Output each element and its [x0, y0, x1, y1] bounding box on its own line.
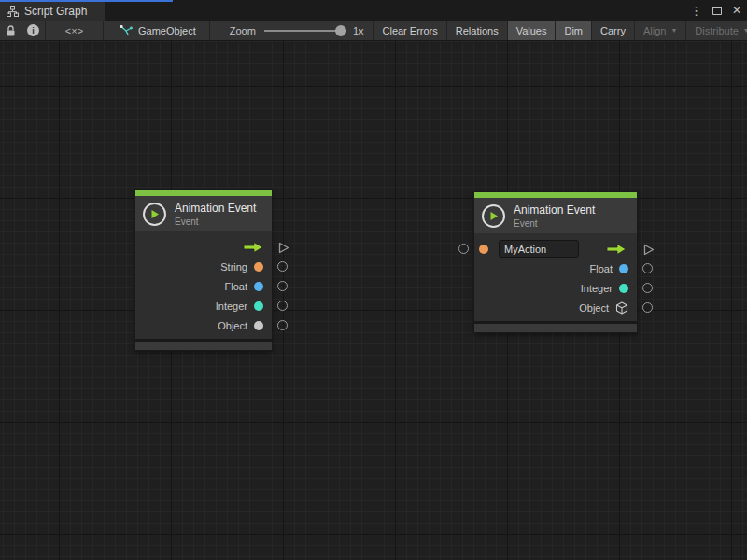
port-label: Integer	[581, 283, 613, 294]
distribute-dropdown-button[interactable]: Distribute ▼	[686, 21, 747, 40]
clear-errors-label: Clear Errors	[383, 25, 438, 36]
clear-errors-button[interactable]: Clear Errors	[374, 21, 447, 40]
integer-output-port[interactable]	[642, 283, 653, 293]
output-row-string: String	[135, 257, 272, 276]
float-type-dot	[619, 264, 628, 273]
window-controls: ⋮ ✕	[690, 0, 741, 21]
flow-output-port[interactable]	[642, 243, 655, 255]
node-animation-event-1[interactable]: Animation Event Event String	[135, 190, 272, 350]
name-input-port[interactable]	[458, 244, 469, 254]
chevron-down-icon: ▼	[743, 27, 747, 34]
string-type-dot	[254, 262, 263, 272]
window-menu-icon[interactable]: ⋮	[690, 5, 702, 17]
flow-output-port[interactable]	[277, 241, 289, 253]
object-output-port[interactable]	[277, 320, 288, 330]
edit-source-button[interactable]: <×>	[46, 21, 104, 40]
event-name-input[interactable]	[499, 240, 579, 258]
node-footer	[474, 321, 637, 332]
carry-button[interactable]: Carry	[592, 21, 635, 40]
dim-label: Dim	[564, 25, 583, 36]
integer-type-dot	[619, 284, 628, 293]
flow-output-row	[135, 237, 272, 257]
node-subtitle: Event	[175, 217, 256, 227]
zoom-value: 1x	[353, 25, 364, 36]
zoom-slider-track[interactable]	[264, 30, 346, 32]
maximize-icon[interactable]	[712, 7, 722, 15]
integer-output-port[interactable]	[277, 301, 288, 311]
node-title: Animation Event	[175, 202, 256, 215]
zoom-control: Zoom 1x	[210, 21, 374, 40]
name-input-row	[474, 239, 637, 259]
script-graph-window: Script Graph ⋮ ✕ i <×>	[0, 0, 747, 560]
lock-icon	[6, 25, 16, 36]
zoom-label: Zoom	[230, 25, 256, 36]
lock-button[interactable]	[0, 21, 21, 40]
flow-arrow-icon	[243, 242, 263, 253]
relations-button[interactable]: Relations	[447, 21, 508, 40]
port-label: Object	[218, 320, 247, 331]
node-body: String Float Integer Object	[135, 231, 272, 339]
values-toggle-button[interactable]: Values	[508, 21, 557, 40]
tab-bar: Script Graph ⋮ ✕	[0, 0, 747, 21]
object-type-dot	[254, 321, 263, 330]
close-icon[interactable]: ✕	[732, 5, 741, 16]
output-row-integer: Integer	[135, 296, 272, 315]
node-footer	[135, 339, 272, 350]
info-icon: i	[27, 24, 39, 36]
graph-canvas[interactable]: Animation Event Event String	[0, 41, 747, 560]
float-output-port[interactable]	[642, 263, 653, 273]
string-output-port[interactable]	[277, 261, 288, 272]
string-type-dot	[479, 245, 488, 254]
port-label: Float	[590, 263, 613, 274]
info-button[interactable]: i	[21, 21, 46, 40]
play-circle-icon	[482, 204, 505, 228]
float-output-port[interactable]	[277, 281, 288, 291]
dim-toggle-button[interactable]: Dim	[556, 21, 592, 40]
port-label: Object	[579, 302, 609, 314]
node-body: Float Integer Object	[474, 233, 637, 321]
zoom-slider-handle[interactable]	[335, 25, 346, 36]
align-dropdown-button[interactable]: Align ▼	[635, 21, 686, 40]
chevron-down-icon: ▼	[670, 27, 677, 34]
node-subtitle: Event	[514, 218, 595, 229]
node-header[interactable]: Animation Event Event	[474, 198, 637, 233]
align-label: Align	[643, 25, 666, 36]
values-label: Values	[516, 25, 547, 36]
output-row-float: Float	[135, 276, 272, 296]
zoom-slider[interactable]	[264, 24, 346, 37]
relations-label: Relations	[456, 25, 499, 36]
gameobject-graph-icon	[120, 25, 133, 36]
play-circle-icon	[143, 203, 166, 226]
cube-icon	[615, 301, 628, 315]
node-header[interactable]: Animation Event Event	[135, 196, 272, 231]
graph-toolbar: i <×> GameObject Zoom 1x Clear Errors	[0, 21, 747, 41]
float-type-dot	[254, 282, 263, 291]
graph-target[interactable]: GameObject	[104, 21, 210, 40]
output-row-object: Object	[474, 298, 637, 317]
port-label: String	[220, 261, 247, 273]
code-icon: <×>	[65, 25, 83, 36]
graph-hierarchy-icon	[7, 6, 19, 17]
output-row-float: Float	[474, 259, 637, 278]
output-row-integer: Integer	[474, 278, 637, 298]
flow-arrow-icon	[606, 244, 627, 255]
tab-title: Script Graph	[24, 5, 87, 18]
node-animation-event-2[interactable]: Animation Event Event Float	[474, 192, 637, 332]
node-title: Animation Event	[514, 203, 595, 217]
integer-type-dot	[254, 301, 263, 311]
target-label: GameObject	[138, 25, 196, 36]
port-label: Float	[225, 281, 247, 292]
carry-label: Carry	[600, 25, 626, 36]
object-output-port[interactable]	[642, 302, 653, 313]
distribute-label: Distribute	[695, 25, 738, 36]
port-label: Integer	[216, 301, 247, 312]
tab-script-graph[interactable]: Script Graph	[0, 2, 105, 21]
output-row-object: Object	[135, 315, 272, 335]
